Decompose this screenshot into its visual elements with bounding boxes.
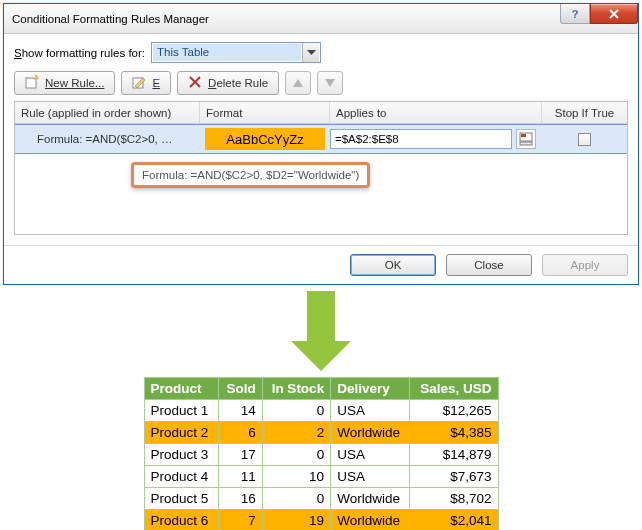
- th-sales: Sales, USD: [410, 378, 498, 400]
- range-picker-icon: [519, 132, 533, 146]
- cell: Worldwide: [331, 488, 410, 510]
- cell: $4,385: [410, 422, 498, 444]
- cell: 2: [262, 422, 330, 444]
- th-sold: Sold: [218, 378, 262, 400]
- th-instock: In Stock: [262, 378, 330, 400]
- cell: Product 4: [144, 466, 218, 488]
- th-delivery: Delivery: [331, 378, 410, 400]
- cell: 10: [262, 466, 330, 488]
- cell: Worldwide: [331, 510, 410, 531]
- cell: 7: [218, 510, 262, 531]
- table-row: Product 6719Worldwide$2,041: [144, 510, 498, 531]
- rule-row[interactable]: Formula: =AND($C2>0, … AaBbCcYyZz: [15, 124, 627, 154]
- cell: 14: [218, 400, 262, 422]
- result-table: Product Sold In Stock Delivery Sales, US…: [144, 377, 499, 530]
- cell: USA: [331, 444, 410, 466]
- close-button[interactable]: Close: [446, 254, 532, 276]
- cell: $8,702: [410, 488, 498, 510]
- cell: $12,265: [410, 400, 498, 422]
- triangle-down-icon: [325, 79, 335, 87]
- cf-rules-manager-dialog: Conditional Formatting Rules Manager ? S…: [3, 3, 639, 285]
- titlebar: Conditional Formatting Rules Manager ?: [4, 4, 638, 34]
- cell: 11: [218, 466, 262, 488]
- cell: Product 3: [144, 444, 218, 466]
- rule-format-preview: AaBbCcYyZz: [205, 128, 325, 150]
- col-rule: Rule (applied in order shown): [15, 102, 200, 123]
- cell: USA: [331, 400, 410, 422]
- col-stop: Stop If True: [542, 102, 627, 123]
- table-row: Product 262Worldwide$4,385: [144, 422, 498, 444]
- result-arrow: [291, 291, 351, 371]
- triangle-up-icon: [293, 79, 303, 87]
- svg-rect-5: [521, 134, 526, 137]
- show-rules-for-label: Show formatting rules for:: [14, 47, 145, 59]
- rule-tooltip: Formula: =AND($C2>0, $D2="Worldwide"): [131, 162, 370, 188]
- cell: 17: [218, 444, 262, 466]
- edit-rule-button[interactable]: E /*placeholder*/: [121, 71, 171, 95]
- move-up-button[interactable]: [285, 71, 311, 95]
- table-header-row: Product Sold In Stock Delivery Sales, US…: [144, 378, 498, 400]
- applies-to-input[interactable]: [330, 129, 512, 149]
- delete-rule-button[interactable]: Delete Rule: [177, 71, 279, 95]
- move-down-button[interactable]: [317, 71, 343, 95]
- cell: 0: [262, 488, 330, 510]
- table-row: Product 41110USA$7,673: [144, 466, 498, 488]
- cell: 16: [218, 488, 262, 510]
- cell: $14,879: [410, 444, 498, 466]
- rule-description: Formula: =AND($C2>0, …: [15, 133, 200, 145]
- col-format: Format: [200, 102, 330, 123]
- rules-grid: Rule (applied in order shown) Format App…: [14, 101, 628, 235]
- apply-button: Apply: [542, 254, 628, 276]
- cell: Worldwide: [331, 422, 410, 444]
- cell: 0: [262, 400, 330, 422]
- col-applies: Applies to: [330, 102, 542, 123]
- cell: Product 1: [144, 400, 218, 422]
- range-picker-button[interactable]: [516, 129, 536, 149]
- th-product: Product: [144, 378, 218, 400]
- cell: Product 6: [144, 510, 218, 531]
- dialog-title: Conditional Formatting Rules Manager: [4, 13, 209, 25]
- new-rule-button[interactable]: New Rule...: [14, 71, 115, 95]
- dialog-footer: OK Close Apply: [4, 245, 638, 284]
- show-rules-for-select[interactable]: This Table: [151, 42, 321, 63]
- cell: 0: [262, 444, 330, 466]
- new-rule-icon: [25, 75, 39, 91]
- window-close-button[interactable]: [590, 4, 638, 24]
- cell: USA: [331, 466, 410, 488]
- cell: 19: [262, 510, 330, 531]
- help-button[interactable]: ?: [560, 4, 590, 24]
- rules-grid-header: Rule (applied in order shown) Format App…: [15, 102, 627, 124]
- cell: $7,673: [410, 466, 498, 488]
- chevron-down-icon: [302, 43, 319, 62]
- table-row: Product 3170USA$14,879: [144, 444, 498, 466]
- table-row: Product 1140USA$12,265: [144, 400, 498, 422]
- cell: $2,041: [410, 510, 498, 531]
- table-row: Product 5160Worldwide$8,702: [144, 488, 498, 510]
- svg-text:?: ?: [572, 8, 579, 20]
- svg-rect-6: [520, 142, 532, 145]
- cell: Product 2: [144, 422, 218, 444]
- show-rules-for-value: This Table: [153, 44, 301, 61]
- ok-button[interactable]: OK: [350, 254, 436, 276]
- cell: Product 5: [144, 488, 218, 510]
- edit-rule-icon: [132, 75, 146, 91]
- stop-if-true-checkbox[interactable]: [578, 133, 591, 146]
- rules-toolbar: New Rule... E /*placeholder*/ Delete Rul…: [14, 71, 628, 95]
- cell: 6: [218, 422, 262, 444]
- delete-rule-icon: [188, 75, 202, 91]
